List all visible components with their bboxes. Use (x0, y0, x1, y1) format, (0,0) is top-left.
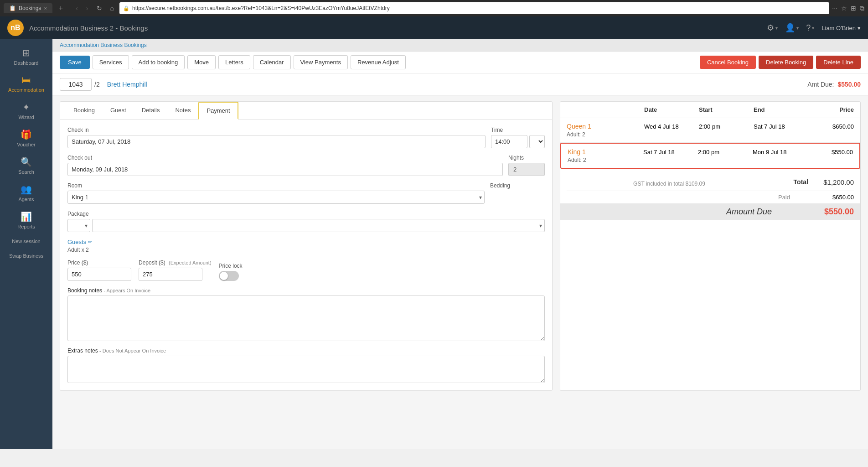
agents-icon: 👥 (21, 184, 32, 195)
search-icon: 🔍 (21, 156, 32, 167)
queen1-end: Sat 7 Jul 18 (754, 123, 808, 130)
guests-edit-icon[interactable]: ✏ (88, 239, 92, 245)
package-select-right[interactable] (92, 219, 545, 232)
sidebar-label-agents: Agents (18, 197, 34, 202)
booking-guest-name: Brett Hemphill (107, 81, 147, 88)
new-session-label: New session (12, 239, 40, 244)
guests-section: Guests ✏ Adult x 2 (67, 239, 545, 253)
more-button[interactable]: ··· (832, 5, 837, 12)
col-header-price: Price (808, 106, 854, 113)
sidebar: ⊞ Dashboard 🛏 Accommodation ✦ Wizard 🎁 V… (0, 39, 52, 449)
checkin-input[interactable] (67, 135, 486, 148)
app-header: nB Accommodation Business 2 - Bookings ⚙… (0, 16, 868, 39)
sidebar-item-agents[interactable]: 👥 Agents (0, 179, 52, 207)
sidebar-item-swap-business[interactable]: Swap Business (0, 249, 52, 263)
bedding-label: Bedding (490, 182, 545, 189)
move-button[interactable]: Move (187, 55, 216, 69)
gst-note: GST included in total $109.09 (567, 181, 772, 187)
amount-due-row: Amount Due $550.00 (560, 203, 860, 220)
view-payments-button[interactable]: View Payments (294, 55, 348, 69)
calendar-button[interactable]: Calendar (253, 55, 291, 69)
deposit-label: Deposit ($) (Expected Amount) (139, 259, 212, 266)
settings-icon-button[interactable]: ⚙ ▾ (767, 23, 778, 33)
tab-booking[interactable]: Booking (66, 102, 103, 119)
tab-payment[interactable]: Payment (198, 102, 238, 119)
delete-booking-button[interactable]: Delete Booking (759, 56, 813, 69)
extras-notes-input[interactable] (67, 356, 545, 383)
tab-notes[interactable]: Notes (167, 102, 198, 119)
close-tab-button[interactable]: × (44, 5, 46, 11)
refresh-button[interactable]: ↻ (94, 3, 105, 14)
booking-id[interactable]: 1043 (60, 78, 92, 91)
queen1-start: 2:00 pm (699, 123, 754, 130)
services-button[interactable]: Services (93, 55, 129, 69)
price-lock-toggle[interactable] (219, 271, 239, 281)
letters-button[interactable]: Letters (218, 55, 250, 69)
booking-entry-queen1[interactable]: Queen 1 Wed 4 Jul 18 2:00 pm Sat 7 Jul 1… (560, 118, 860, 143)
delete-line-button[interactable]: Delete Line (816, 56, 861, 69)
extensions-button[interactable]: ⊞ (851, 5, 856, 12)
queen1-price: $650.00 (808, 123, 854, 130)
tab-details[interactable]: Details (134, 102, 168, 119)
help-icon-button[interactable]: ? ▾ (806, 23, 814, 33)
tab-icon: 📋 (9, 5, 16, 11)
browser-chrome: 📋 Bookings × + ‹ › ↻ ⌂ 🔒 https://secure.… (0, 0, 868, 16)
browser-tab[interactable]: 📋 Bookings × (4, 3, 52, 13)
time-input[interactable] (491, 135, 527, 148)
king1-end: Mon 9 Jul 18 (753, 149, 807, 156)
sidebar-item-new-session[interactable]: New session (0, 234, 52, 249)
price-input[interactable] (67, 268, 131, 281)
total-label: Total (772, 178, 808, 186)
browser-toolbar-right: ··· ☆ ⊞ ⧉ (832, 5, 864, 12)
reports-icon: 📊 (21, 211, 32, 222)
breadcrumb-link[interactable]: Accommodation Business Bookings (60, 42, 147, 48)
sidebar-label-voucher: Voucher (17, 142, 35, 147)
forward-button[interactable]: › (83, 3, 91, 14)
queen1-adults: Adult: 2 (567, 131, 854, 138)
bookmark-button[interactable]: ☆ (841, 5, 847, 12)
room-select[interactable]: King 1 (67, 191, 485, 204)
user-name-button[interactable]: Liam O'Brien ▾ (822, 25, 861, 31)
tab-title: Bookings (19, 5, 41, 11)
right-panel: Date Start End Price Queen 1 Wed 4 Jul 1… (560, 101, 861, 391)
checkout-row: Check out Nights 2 (67, 155, 545, 176)
home-button[interactable]: ⌂ (108, 3, 117, 14)
time-select[interactable] (529, 135, 545, 148)
sidebar-item-reports[interactable]: 📊 Reports (0, 207, 52, 234)
voucher-icon: 🎁 (21, 129, 32, 140)
windows-button[interactable]: ⧉ (860, 5, 864, 12)
dashboard-icon: ⊞ (22, 47, 30, 58)
app-body: ⊞ Dashboard 🛏 Accommodation ✦ Wizard 🎁 V… (0, 39, 868, 449)
add-to-booking-button[interactable]: Add to booking (132, 55, 185, 69)
time-label: Time (491, 127, 545, 133)
accommodation-icon: 🛏 (22, 75, 31, 85)
booking-entry-king1[interactable]: King 1 Sat 7 Jul 18 2:00 pm Mon 9 Jul 18… (560, 143, 860, 169)
new-tab-button[interactable]: + (56, 4, 66, 12)
app-logo: nB (7, 20, 24, 36)
back-button[interactable]: ‹ (73, 3, 81, 14)
deposit-input[interactable] (139, 268, 202, 281)
sidebar-item-search[interactable]: 🔍 Search (0, 152, 52, 179)
url-text: https://secure.netbookings.com.au/test/b… (132, 5, 390, 11)
sidebar-item-wizard[interactable]: ✦ Wizard (0, 97, 52, 125)
checkin-label: Check in (67, 127, 486, 133)
booking-notes-input[interactable] (67, 296, 545, 341)
queen1-name: Queen 1 (567, 123, 644, 130)
price-group: Price ($) (67, 259, 131, 281)
sidebar-item-accommodation[interactable]: 🛏 Accommodation (0, 70, 52, 97)
package-select-left[interactable] (67, 219, 90, 232)
save-button[interactable]: Save (60, 56, 90, 69)
king1-name: King 1 (568, 148, 643, 156)
entry-row-queen1: Queen 1 Wed 4 Jul 18 2:00 pm Sat 7 Jul 1… (567, 123, 854, 130)
cancel-booking-button[interactable]: Cancel Booking (700, 56, 756, 69)
time-group: Time (491, 127, 545, 148)
sidebar-item-voucher[interactable]: 🎁 Voucher (0, 125, 52, 152)
user-icon-button[interactable]: 👤 ▾ (785, 23, 799, 33)
king1-date: Sat 7 Jul 18 (643, 149, 698, 156)
checkout-input[interactable] (67, 163, 503, 176)
address-bar[interactable]: 🔒 https://secure.netbookings.com.au/test… (119, 2, 829, 14)
tab-guest[interactable]: Guest (103, 102, 134, 119)
package-row: Package (67, 211, 545, 232)
revenue-adjust-button[interactable]: Revenue Adjust (351, 55, 406, 69)
sidebar-item-dashboard[interactable]: ⊞ Dashboard (0, 43, 52, 70)
